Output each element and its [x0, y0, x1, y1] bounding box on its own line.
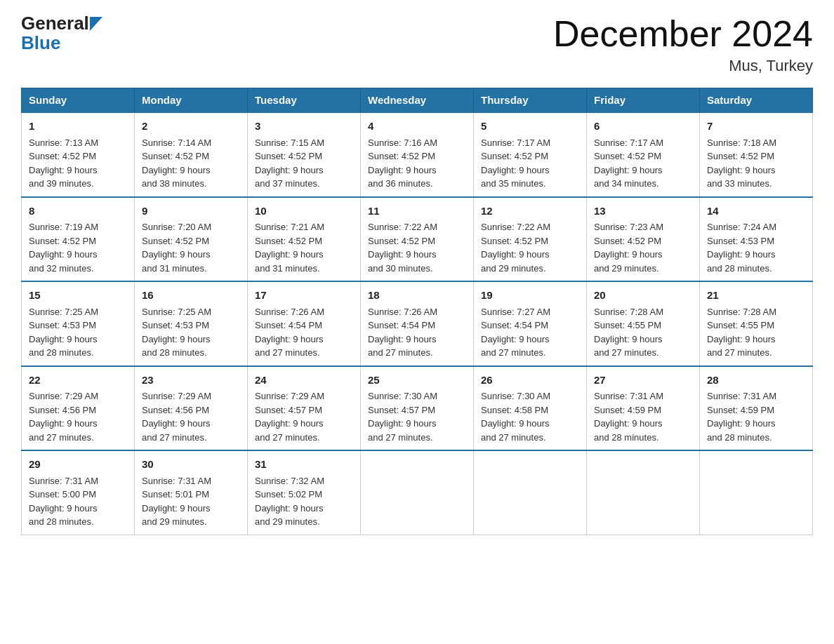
sunrise-label: Sunrise: 7:19 AM [29, 222, 98, 232]
location: Mus, Turkey [553, 57, 813, 75]
daylight-label: Daylight: 9 hours [707, 165, 776, 175]
daylight-label: Daylight: 9 hours [594, 418, 663, 429]
calendar-week-row: 8Sunrise: 7:19 AMSunset: 4:52 PMDaylight… [22, 197, 813, 282]
sunset-label: Sunset: 4:54 PM [255, 320, 322, 330]
calendar-cell: 23Sunrise: 7:29 AMSunset: 4:56 PMDayligh… [135, 366, 248, 451]
daylight-label: Daylight: 9 hours [142, 165, 211, 175]
daylight-minutes: and 27 minutes. [481, 347, 546, 358]
day-number: 14 [707, 203, 805, 220]
sunset-label: Sunset: 4:52 PM [481, 236, 548, 246]
daylight-label: Daylight: 9 hours [255, 165, 324, 175]
daylight-label: Daylight: 9 hours [481, 418, 550, 429]
calendar-cell: 8Sunrise: 7:19 AMSunset: 4:52 PMDaylight… [22, 197, 135, 282]
day-number: 3 [255, 119, 353, 135]
calendar-cell [700, 450, 813, 535]
daylight-label: Daylight: 9 hours [594, 165, 663, 175]
sunset-label: Sunset: 4:52 PM [29, 151, 96, 161]
calendar-cell: 7Sunrise: 7:18 AMSunset: 4:52 PMDaylight… [700, 112, 813, 197]
daylight-minutes: and 36 minutes. [368, 178, 433, 189]
sunrise-label: Sunrise: 7:14 AM [142, 137, 211, 148]
daylight-label: Daylight: 9 hours [29, 418, 98, 429]
day-number: 31 [255, 457, 353, 473]
sunrise-label: Sunrise: 7:22 AM [481, 222, 550, 232]
sunrise-label: Sunrise: 7:17 AM [594, 137, 663, 148]
column-header-saturday: Saturday [700, 88, 813, 113]
sunset-label: Sunset: 4:58 PM [481, 405, 548, 415]
calendar-header-row: SundayMondayTuesdayWednesdayThursdayFrid… [22, 88, 813, 113]
sunrise-label: Sunrise: 7:22 AM [368, 222, 437, 232]
calendar-cell: 30Sunrise: 7:31 AMSunset: 5:01 PMDayligh… [135, 450, 248, 535]
day-number: 22 [29, 373, 127, 389]
sunrise-label: Sunrise: 7:21 AM [255, 222, 324, 232]
daylight-label: Daylight: 9 hours [481, 334, 550, 344]
sunrise-label: Sunrise: 7:31 AM [594, 391, 663, 401]
logo-general-text: General [21, 14, 89, 32]
sunset-label: Sunset: 5:01 PM [142, 489, 209, 499]
sunset-label: Sunset: 4:53 PM [707, 236, 774, 246]
calendar-cell: 5Sunrise: 7:17 AMSunset: 4:52 PMDaylight… [474, 112, 587, 197]
day-number: 2 [142, 119, 240, 135]
daylight-label: Daylight: 9 hours [368, 418, 437, 429]
calendar-cell: 19Sunrise: 7:27 AMSunset: 4:54 PMDayligh… [474, 281, 587, 366]
calendar-cell: 26Sunrise: 7:30 AMSunset: 4:58 PMDayligh… [474, 366, 587, 451]
day-number: 5 [481, 119, 579, 135]
daylight-minutes: and 27 minutes. [368, 432, 433, 443]
day-number: 18 [368, 288, 466, 304]
daylight-minutes: and 35 minutes. [481, 178, 546, 189]
sunrise-label: Sunrise: 7:29 AM [255, 391, 324, 401]
calendar-cell: 14Sunrise: 7:24 AMSunset: 4:53 PMDayligh… [700, 197, 813, 282]
daylight-minutes: and 38 minutes. [142, 178, 207, 189]
sunset-label: Sunset: 4:53 PM [29, 320, 96, 330]
daylight-minutes: and 28 minutes. [707, 263, 772, 274]
daylight-minutes: and 27 minutes. [255, 347, 320, 358]
daylight-minutes: and 27 minutes. [368, 347, 433, 358]
daylight-minutes: and 28 minutes. [29, 516, 94, 527]
sunrise-label: Sunrise: 7:31 AM [29, 476, 98, 486]
daylight-label: Daylight: 9 hours [594, 249, 663, 260]
daylight-minutes: and 28 minutes. [142, 347, 207, 358]
sunset-label: Sunset: 4:52 PM [707, 151, 774, 161]
day-number: 25 [368, 373, 466, 389]
sunrise-label: Sunrise: 7:16 AM [368, 137, 437, 148]
daylight-minutes: and 27 minutes. [481, 432, 546, 443]
daylight-label: Daylight: 9 hours [29, 249, 98, 260]
column-header-sunday: Sunday [22, 88, 135, 113]
daylight-label: Daylight: 9 hours [255, 503, 324, 514]
calendar-cell: 21Sunrise: 7:28 AMSunset: 4:55 PMDayligh… [700, 281, 813, 366]
daylight-minutes: and 27 minutes. [255, 432, 320, 443]
column-header-tuesday: Tuesday [248, 88, 361, 113]
daylight-label: Daylight: 9 hours [707, 249, 776, 260]
daylight-minutes: and 28 minutes. [594, 432, 659, 443]
daylight-label: Daylight: 9 hours [368, 249, 437, 260]
day-number: 20 [594, 288, 692, 304]
calendar-cell: 11Sunrise: 7:22 AMSunset: 4:52 PMDayligh… [361, 197, 474, 282]
daylight-minutes: and 27 minutes. [142, 432, 207, 443]
calendar-cell: 16Sunrise: 7:25 AMSunset: 4:53 PMDayligh… [135, 281, 248, 366]
day-number: 28 [707, 373, 805, 389]
sunrise-label: Sunrise: 7:30 AM [368, 391, 437, 401]
sunset-label: Sunset: 5:00 PM [29, 489, 96, 499]
logo-blue-text: Blue [21, 32, 60, 54]
page-header: General Blue December 2024 Mus, Turkey [21, 14, 813, 75]
day-number: 21 [707, 288, 805, 304]
sunset-label: Sunset: 4:54 PM [368, 320, 435, 330]
daylight-label: Daylight: 9 hours [368, 334, 437, 344]
daylight-minutes: and 29 minutes. [255, 516, 320, 527]
daylight-label: Daylight: 9 hours [255, 249, 324, 260]
day-number: 23 [142, 373, 240, 389]
sunset-label: Sunset: 4:57 PM [255, 405, 322, 415]
sunrise-label: Sunrise: 7:28 AM [594, 307, 663, 317]
column-header-monday: Monday [135, 88, 248, 113]
day-number: 10 [255, 203, 353, 220]
calendar-cell: 29Sunrise: 7:31 AMSunset: 5:00 PMDayligh… [22, 450, 135, 535]
sunset-label: Sunset: 4:52 PM [142, 236, 209, 246]
sunset-label: Sunset: 4:52 PM [368, 151, 435, 161]
daylight-minutes: and 34 minutes. [594, 178, 659, 189]
sunrise-label: Sunrise: 7:24 AM [707, 222, 776, 232]
daylight-minutes: and 29 minutes. [142, 516, 207, 527]
calendar-cell: 27Sunrise: 7:31 AMSunset: 4:59 PMDayligh… [587, 366, 700, 451]
sunset-label: Sunset: 4:54 PM [481, 320, 548, 330]
day-number: 19 [481, 288, 579, 304]
sunset-label: Sunset: 4:52 PM [142, 151, 209, 161]
day-number: 26 [481, 373, 579, 389]
